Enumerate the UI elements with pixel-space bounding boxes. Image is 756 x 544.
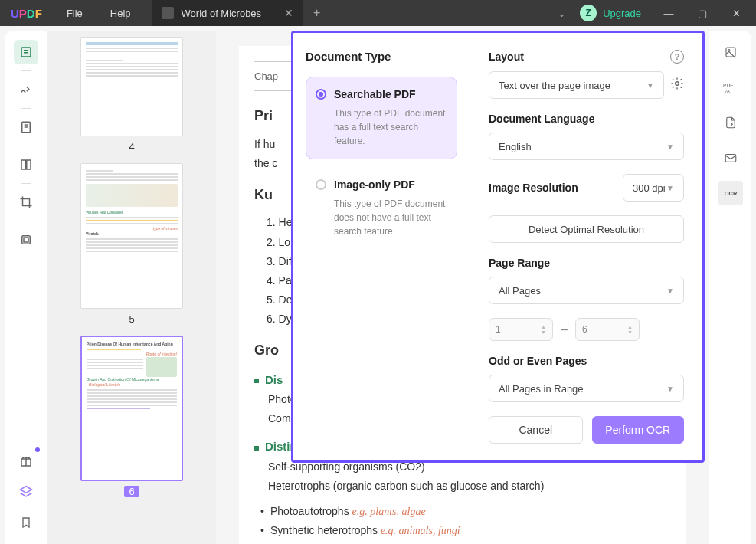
upgrade-link[interactable]: Upgrade [603, 8, 641, 19]
svg-rect-12 [726, 48, 735, 57]
language-label: Document Language [489, 113, 684, 125]
detect-resolution-button[interactable]: Detect Optimal Resolution [489, 215, 684, 243]
export-pdfa-button[interactable]: PDF/A [718, 75, 743, 100]
export-file-button[interactable] [718, 110, 743, 135]
language-select[interactable]: English▼ [489, 133, 684, 160]
annotation: e.g. animals, fungi [381, 525, 460, 536]
svg-point-18 [676, 82, 679, 86]
doctype-imageonly-option[interactable]: Image-only PDF This type of PDF document… [306, 167, 457, 250]
range-to-input[interactable]: 6 ▲▼ [575, 318, 640, 341]
menu-help[interactable]: Help [97, 8, 145, 19]
layout-label: Layout [489, 51, 524, 63]
left-toolbar [5, 31, 47, 544]
svg-rect-16 [725, 155, 736, 162]
ocr-dialog: Document Type Searchable PDF This type o… [291, 31, 705, 463]
doctype-searchable-option[interactable]: Searchable PDF This type of PDF document… [306, 77, 457, 159]
menu-file[interactable]: File [53, 8, 97, 19]
thumbnail-label: 5 [63, 313, 201, 325]
list-item: Photoautotrophs [270, 505, 349, 517]
bookmark-button[interactable] [14, 510, 38, 535]
radio-icon [316, 89, 326, 100]
subheading: Dis [265, 373, 283, 386]
new-tab-button[interactable]: + [313, 6, 320, 20]
doctype-heading: Document Type [306, 50, 457, 63]
tabs-dropdown-icon[interactable]: ⌄ [550, 8, 574, 19]
layers-button[interactable] [14, 480, 38, 504]
thumbnail-label: 4 [63, 141, 201, 152]
crop-tool[interactable] [14, 190, 38, 215]
app-logo: UPDF [0, 7, 53, 20]
range-from-input[interactable]: 1 ▲▼ [489, 318, 553, 341]
svg-rect-9 [24, 238, 28, 242]
document-tab[interactable]: World of Microbes ✕ [152, 0, 303, 26]
cancel-button[interactable]: Cancel [489, 416, 583, 444]
svg-text:/A: /A [725, 89, 730, 93]
svg-text:OCR: OCR [724, 190, 737, 197]
form-tool[interactable] [14, 228, 38, 252]
page-range-label: Page Range [489, 257, 684, 269]
option-description: This type of PDF document does not have … [316, 197, 447, 238]
perform-ocr-button[interactable]: Perform OCR [592, 416, 685, 444]
thumbnail-panel: 4 Viruses And Diseases type of viruses V… [47, 31, 216, 544]
option-title: Searchable PDF [334, 88, 416, 100]
tab-close-button[interactable]: ✕ [284, 7, 293, 19]
minimize-button[interactable]: — [655, 0, 682, 26]
svg-rect-6 [21, 160, 25, 169]
option-description: This type of PDF document has a full tex… [316, 107, 447, 148]
layout-select[interactable]: Text over the page image▼ [489, 71, 664, 99]
maximize-button[interactable]: ▢ [689, 0, 716, 26]
resolution-select[interactable]: 300 dpi▼ [623, 174, 684, 202]
notification-dot [35, 447, 40, 452]
close-button[interactable]: ✕ [722, 0, 750, 26]
radio-icon [316, 179, 326, 190]
list-item: Synthetic heterotrophs [270, 524, 378, 536]
option-title: Image-only PDF [334, 179, 415, 191]
titlebar: UPDF File Help World of Microbes ✕ + ⌄ Z… [0, 0, 756, 26]
tab-favicon [162, 7, 174, 19]
organize-tool[interactable] [14, 152, 38, 177]
reader-tool[interactable] [14, 40, 38, 64]
edit-tool[interactable] [14, 115, 38, 139]
page-thumbnail-current[interactable]: Prion Disease Of Human Inheritance And A… [80, 336, 183, 481]
range-separator: – [561, 323, 568, 336]
user-avatar[interactable]: Z [580, 5, 597, 21]
right-toolbar: PDF/A OCR [709, 31, 751, 544]
gift-button[interactable] [14, 449, 38, 474]
thumbnail-label-current: 6 [124, 486, 139, 497]
annotation: e.g. plants, algae [352, 506, 426, 517]
comment-tool[interactable] [14, 77, 38, 102]
list-item: Heterotrophs (organic carbon such as glu… [268, 477, 670, 496]
tab-title: World of Microbes [182, 8, 262, 19]
gear-icon[interactable] [670, 77, 684, 93]
help-icon[interactable]: ? [670, 50, 684, 64]
resolution-label: Image Resolution [489, 182, 615, 194]
odd-even-select[interactable]: All Pages in Range▼ [489, 375, 684, 402]
export-image-button[interactable] [718, 40, 743, 64]
page-thumbnail[interactable]: Viruses And Diseases type of viruses Vir… [80, 163, 183, 309]
svg-rect-7 [26, 160, 30, 169]
svg-text:PDF: PDF [723, 83, 733, 88]
page-range-select[interactable]: All Pages▼ [489, 277, 684, 304]
email-button[interactable] [718, 146, 743, 170]
ocr-button[interactable]: OCR [718, 181, 743, 205]
page-thumbnail[interactable] [80, 37, 183, 136]
odd-even-label: Odd or Even Pages [489, 355, 684, 367]
chapter-label: Chap [254, 70, 278, 82]
